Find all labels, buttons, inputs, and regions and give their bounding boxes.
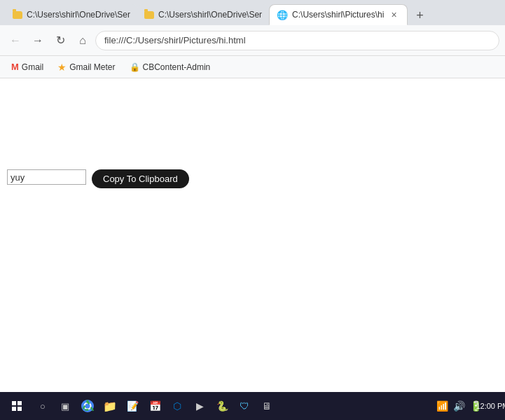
tab-1-title: C:\Users\shirl\OneDrive\Ser	[27, 10, 130, 20]
taskbar-taskview-button[interactable]: ▣	[55, 396, 76, 416]
gmail-label: Gmail	[22, 62, 43, 72]
tab-1[interactable]: C:\Users\shirl\OneDrive\Ser	[6, 4, 137, 25]
tab-3-title: C:\Users\shirl\Pictures\hi	[292, 10, 384, 20]
bookmark-gmail-meter[interactable]: ★ Gmail Meter	[53, 60, 119, 74]
address-bar[interactable]: file:///C:/Users/shirl/Pictures/hi.html	[95, 31, 499, 50]
taskbar-vscode-icon[interactable]: ⬡	[167, 396, 188, 416]
copy-to-clipboard-button[interactable]: Copy To Clipboard	[92, 169, 189, 188]
back-button[interactable]: ←	[6, 31, 25, 50]
page-content: Copy To Clipboard	[0, 78, 505, 392]
taskbar-search-button[interactable]: ○	[32, 396, 53, 416]
tab-2-favicon	[144, 11, 154, 19]
bookmark-gmail[interactable]: M Gmail	[7, 60, 48, 74]
taskbar: ○ ▣ 📁 📝 📅 ⬡ ▶ 🐍 🛡 🖥 📶 🔊	[0, 392, 505, 420]
tab-2[interactable]: C:\Users\shirl\OneDrive\Ser	[137, 4, 269, 25]
cbcontent-icon: 🔒	[130, 62, 140, 72]
tray-volume-icon[interactable]: 🔊	[452, 399, 466, 413]
page-body: Copy To Clipboard	[0, 78, 505, 202]
tray-network-icon[interactable]: 📶	[435, 399, 449, 413]
gmail-meter-label: Gmail Meter	[69, 62, 115, 72]
taskbar-chrome-icon[interactable]	[77, 396, 98, 416]
tab-2-title: C:\Users\shirl\OneDrive\Ser	[158, 10, 262, 20]
tab-3-close-button[interactable]: ×	[388, 8, 399, 22]
tab-1-favicon	[13, 11, 22, 19]
gmail-meter-icon: ★	[57, 62, 67, 73]
taskbar-security-icon[interactable]: 🛡	[234, 396, 255, 416]
windows-logo-icon	[12, 401, 22, 411]
reload-button[interactable]: ↻	[50, 31, 70, 50]
address-bar-text: file:///C:/Users/shirl/Pictures/hi.html	[104, 35, 246, 46]
tray-clock: 12:00 PM	[485, 399, 499, 413]
tab-3-favicon: 🌐	[277, 10, 288, 20]
tab-bar: C:\Users\shirl\OneDrive\Ser C:\Users\shi…	[0, 0, 505, 25]
browser-window: C:\Users\shirl\OneDrive\Ser C:\Users\shi…	[0, 0, 505, 420]
taskbar-system-icon[interactable]: 🖥	[256, 396, 277, 416]
forward-button[interactable]: →	[28, 31, 48, 50]
taskbar-python-icon[interactable]: 🐍	[212, 396, 233, 416]
navigation-bar: ← → ↻ ⌂ file:///C:/Users/shirl/Pictures/…	[0, 25, 505, 56]
system-tray: 📶 🔊 🔋 12:00 PM	[435, 399, 502, 413]
start-button[interactable]	[3, 392, 31, 420]
taskbar-calendar-icon[interactable]: 📅	[144, 396, 165, 416]
svg-point-2	[85, 404, 90, 409]
text-input[interactable]	[7, 169, 86, 185]
taskbar-terminal-icon[interactable]: ▶	[189, 396, 210, 416]
new-tab-button[interactable]: +	[410, 6, 430, 25]
gmail-icon: M	[11, 62, 19, 72]
taskbar-explorer-icon[interactable]: 📁	[99, 396, 120, 416]
home-button[interactable]: ⌂	[73, 31, 92, 50]
cbcontent-label: CBContent-Admin	[143, 62, 211, 72]
taskbar-notepad-icon[interactable]: 📝	[122, 396, 143, 416]
bookmarks-bar: M Gmail ★ Gmail Meter 🔒 CBContent-Admin	[0, 56, 505, 78]
bookmark-cbcontent[interactable]: 🔒 CBContent-Admin	[125, 61, 215, 74]
tab-3[interactable]: 🌐 C:\Users\shirl\Pictures\hi ×	[269, 4, 408, 25]
